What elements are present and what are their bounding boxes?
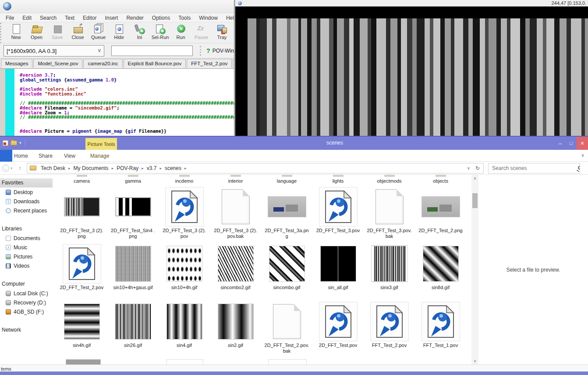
render-preset-dropdown[interactable]: [*1600x900, AA 0.3] ∨: [4, 45, 104, 57]
help-label: POV-Win: [213, 48, 234, 54]
qat-dropdown-icon[interactable]: ▾: [19, 141, 21, 145]
folder-tile-objectmods[interactable]: objectmods: [364, 175, 415, 184]
run-button[interactable]: Run: [170, 23, 191, 42]
open-button[interactable]: Open: [26, 23, 47, 42]
folder-tile-interior[interactable]: interior: [210, 175, 261, 184]
file-tile-2d-fft-test-3-2-pov-bak[interactable]: 2D_FFT_Test_3 (2).pov.bak: [210, 187, 261, 239]
file-tile-sin10-4h-gif[interactable]: sin10+4h.gif: [159, 244, 210, 290]
file-tile-sinx3-gif[interactable]: sinx3.gif: [364, 244, 415, 290]
close-button[interactable]: [577, 137, 588, 150]
menu-file[interactable]: File: [6, 15, 14, 21]
file-tile-2d-fft-test-3-2-pov[interactable]: 2D_FFT_Test_3 (2).pov: [159, 187, 210, 239]
new-button[interactable]: New: [6, 23, 26, 42]
file-tab[interactable]: [0, 150, 12, 162]
ini-button[interactable]: Ini: [129, 23, 150, 42]
menu-window[interactable]: Window: [199, 15, 218, 21]
tab-messages[interactable]: Messages: [1, 59, 32, 68]
back-icon[interactable]: ←: [2, 165, 9, 172]
save-button: Save: [47, 23, 67, 42]
tab-eval-pig[interactable]: Eval_pig: [233, 59, 234, 68]
file-tile-sin10-4h-gaus-gif[interactable]: sin10+4h+gaus.gif: [107, 244, 159, 290]
breadcrumb-pov-ray[interactable]: POV-Ray: [115, 165, 140, 171]
breadcrumb-v3-7[interactable]: v3.7: [145, 165, 158, 171]
maximize-button[interactable]: [566, 137, 577, 150]
menu-tools[interactable]: Tools: [178, 15, 191, 21]
folder-tile-objects[interactable]: objects: [415, 175, 466, 184]
address-dropdown-icon[interactable]: ∨: [467, 166, 470, 170]
run-icon: [176, 24, 186, 34]
menu-text[interactable]: Text: [65, 15, 74, 21]
file-tile-sincombo-gif[interactable]: sincombo.gif: [261, 244, 312, 290]
vertical-scrollbar[interactable]: ∧ ∨: [471, 175, 478, 364]
menu-insert[interactable]: Insert: [105, 15, 118, 21]
file-tile-2d-fft-test-sin4-png[interactable]: 2D_FFT_Test_Sin4 .png: [107, 187, 159, 239]
close-button[interactable]: Close: [67, 23, 88, 42]
sel-run-button[interactable]: Sel-Run: [150, 23, 170, 42]
tray-button[interactable]: Tray: [212, 23, 232, 42]
file-tile-fft-test-2-pov[interactable]: FFT_Test_2.pov: [364, 301, 415, 354]
menu-options[interactable]: Options: [152, 15, 170, 21]
breadcrumb-box[interactable]: Tech Desk▸My Documents▸POV-Ray▸v3.7▸scen…: [27, 163, 484, 173]
queue-button[interactable]: Queue: [88, 23, 109, 42]
file-tile-2d-fft-test-3-pov[interactable]: 2D_FFT_Test_3.pov: [312, 187, 364, 239]
menu-help[interactable]: Help: [226, 15, 234, 21]
tab-model-scene-pov[interactable]: Model_Scene.pov: [33, 59, 82, 68]
ribbon-tab-view[interactable]: View: [64, 150, 75, 162]
history-dropdown-icon[interactable]: ▾: [11, 166, 13, 170]
tab-fft-test-2-pov[interactable]: FFT_Test_2.pov: [187, 59, 232, 68]
file-tile-sin4h-gif[interactable]: sin4h.gif: [56, 301, 107, 354]
file-tile-sin8d-gif[interactable]: sin8d.gif: [415, 244, 466, 290]
file-tile-2d-fft-test-pov[interactable]: 2D_FFT_Test.pov: [312, 301, 364, 354]
file-tile-sin4-gif[interactable]: sin4.gif: [159, 301, 210, 354]
scrollbar-thumb[interactable]: [472, 193, 478, 208]
ribbon-tab-manage[interactable]: Manage: [90, 150, 109, 162]
search-input[interactable]: [489, 163, 567, 173]
folder-tile-language[interactable]: language: [261, 175, 312, 184]
file-tile-2d-fft-test-3-2-png[interactable]: 2D_FFT_Test_3 (2).png: [56, 187, 107, 239]
povray-titlebar[interactable]: [0, 0, 234, 13]
breadcrumb-scenes[interactable]: scenes: [163, 165, 183, 171]
file-tile-2d-fft-test-2-pov[interactable]: 2D_FFT_Test_2.pov: [56, 244, 107, 290]
tab-camera20-inc[interactable]: camera20.inc: [83, 59, 122, 68]
menu-render[interactable]: Render: [126, 15, 143, 21]
code-editor[interactable]: #version 3.7;global_settings {assumed_ga…: [0, 68, 234, 136]
file-tile-2d-fft-test-3-pov-bak[interactable]: 2D_FFT_Test_3.pov.bak: [364, 187, 415, 239]
file-tile-sin26-gif[interactable]: sin26.gif: [107, 301, 159, 354]
file-tile-sincombo2-gif[interactable]: sincombo2.gif: [210, 244, 261, 290]
tab-explicit-ball-bounce-pov[interactable]: Explicit Ball Bounce.pov: [124, 59, 186, 68]
new-folder-icon[interactable]: [11, 141, 17, 145]
file-tile-fft-test-1-pov[interactable]: FFT_Test_1.pov: [415, 301, 466, 354]
folder-tile-camera[interactable]: camera: [56, 175, 107, 184]
file-tile-2d-fft-test-3a-png[interactable]: 2D_FFT_Test_3a.png: [261, 187, 312, 239]
menu-search[interactable]: Search: [40, 15, 57, 21]
ribbon-tab-home[interactable]: Home: [14, 150, 28, 162]
minimize-button[interactable]: [555, 137, 566, 150]
render-titlebar[interactable]: 244,47 [0.153,0.: [235, 0, 588, 7]
folder-tile-gamma[interactable]: gamma: [107, 175, 159, 184]
menu-edit[interactable]: Edit: [22, 15, 32, 21]
command-line-input[interactable]: [111, 46, 193, 56]
folder-tile-incdemo[interactable]: incdemo: [159, 175, 210, 184]
folder-tile-lights[interactable]: lights: [312, 175, 364, 184]
file-thumbnail: [67, 247, 96, 280]
ribbon-collapse-icon[interactable]: ∨: [581, 152, 584, 158]
menu-editor[interactable]: Editor: [83, 15, 96, 21]
scroll-down-icon[interactable]: ∨: [471, 357, 478, 364]
file-tile-sin2-gif[interactable]: sin2.gif: [210, 301, 261, 354]
taskbar-strip[interactable]: [0, 371, 588, 375]
file-tile-sin-all-gif[interactable]: sin_all.gif: [312, 244, 364, 290]
picture-tools-tab[interactable]: Picture Tools: [85, 138, 117, 150]
ribbon-tab-share[interactable]: Share: [39, 150, 53, 162]
file-tile-2d-fft-test-2-pov-bak[interactable]: 2D_FFT_Test_2.pov.bak: [261, 301, 312, 354]
scroll-up-icon[interactable]: ∧: [471, 175, 478, 182]
breadcrumb-tech-desk[interactable]: Tech Desk: [39, 165, 67, 171]
properties-icon[interactable]: [3, 140, 8, 146]
file-thumbnail: [166, 246, 202, 282]
up-icon[interactable]: ↑: [19, 165, 22, 171]
explorer-titlebar[interactable]: ▾ Picture Tools scenes: [0, 137, 588, 150]
breadcrumb-my-documents[interactable]: My Documents: [72, 165, 110, 171]
hide-button[interactable]: Hide: [109, 23, 129, 42]
refresh-icon[interactable]: ↻: [475, 165, 480, 171]
povwin-help[interactable]: ? POV-Win: [200, 46, 234, 56]
file-tile-2d-fft-test-2-png[interactable]: 2D_FFT_Test_2.png: [415, 187, 466, 239]
